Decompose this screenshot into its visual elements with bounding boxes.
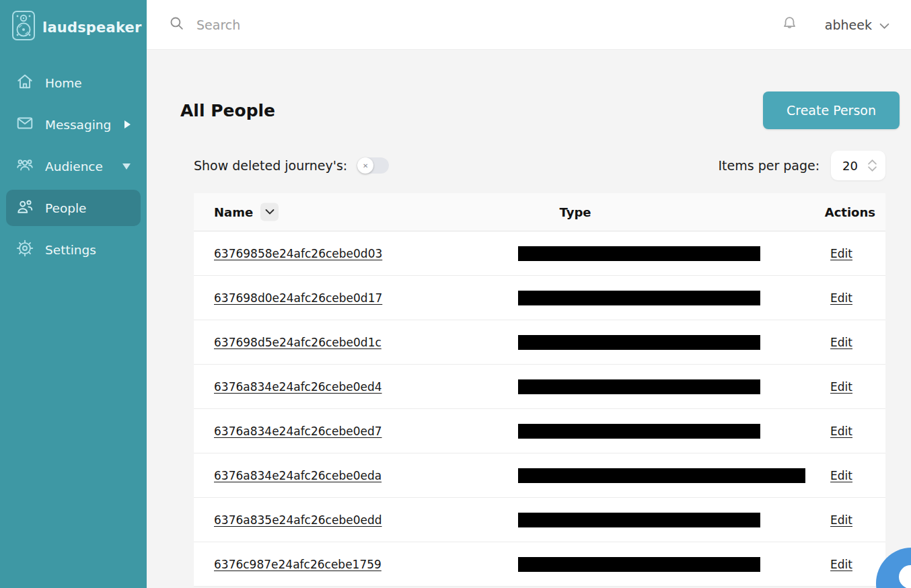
type-redacted-bar (518, 513, 760, 527)
type-redacted-bar (518, 291, 760, 305)
table-row: 63769858e24afc26cebe0d03 Edit (194, 231, 885, 276)
create-person-button[interactable]: Create Person (763, 91, 900, 129)
edit-link[interactable]: Edit (830, 247, 852, 260)
table-row: 6376a835e24afc26cebe0edd Edit (194, 498, 885, 542)
main-content: All People Create Person Show deleted jo… (147, 50, 911, 588)
sidebar-item-people[interactable]: People (6, 190, 141, 226)
items-per-page-select[interactable]: 20 (831, 151, 885, 180)
stepper-icons[interactable] (868, 159, 877, 172)
person-name-link[interactable]: 6376a835e24afc26cebe0edd (214, 513, 382, 527)
type-redacted-bar (518, 557, 760, 572)
column-header-name: Name (214, 205, 253, 219)
user-menu[interactable]: abheek (825, 17, 889, 32)
table-row: 6376a834e24afc26cebe0ed4 Edit (194, 365, 885, 409)
edit-link[interactable]: Edit (830, 380, 852, 394)
person-name-link[interactable]: 63769858e24afc26cebe0d03 (214, 247, 382, 260)
username: abheek (825, 17, 872, 32)
sidebar-nav: Home Messaging (0, 65, 147, 268)
type-redacted-bar (518, 246, 760, 261)
type-redacted-bar (518, 335, 760, 350)
toggle-knob-x-icon: ✕ (357, 157, 373, 174)
person-name-link[interactable]: 637698d5e24afc26cebe0d1c (214, 336, 381, 349)
sidebar: laudspeaker Home Messaging (0, 0, 147, 588)
edit-link[interactable]: Edit (830, 558, 852, 571)
edit-link[interactable]: Edit (830, 469, 852, 482)
person-name-link[interactable]: 6376a834e24afc26cebe0ed4 (214, 380, 382, 394)
home-icon (16, 73, 34, 93)
person-name-link[interactable]: 6376c987e24afc26cebe1759 (214, 558, 381, 571)
caret-down-icon (122, 163, 131, 170)
sidebar-item-settings[interactable]: Settings (6, 231, 141, 268)
sidebar-item-home[interactable]: Home (6, 65, 141, 101)
edit-link[interactable]: Edit (830, 336, 852, 349)
sidebar-item-label: Home (45, 76, 82, 90)
search-input[interactable] (196, 17, 479, 32)
type-redacted-bar (518, 379, 760, 394)
topbar: abheek (147, 0, 911, 50)
column-header-actions: Actions (825, 205, 875, 219)
person-name-link[interactable]: 6376a834e24afc26cebe0ed7 (214, 425, 382, 438)
audience-icon (16, 156, 34, 176)
chevron-down-icon (879, 17, 889, 32)
people-icon (16, 198, 34, 218)
gear-icon (16, 240, 34, 260)
sidebar-item-label: Messaging (45, 118, 111, 132)
table-row: 6376a834e24afc26cebe0ed7 Edit (194, 409, 885, 453)
table-row: 6376a834e24afc26cebe0eda Edit (194, 453, 885, 498)
search-bar (168, 15, 781, 34)
column-header-type: Type (560, 205, 591, 219)
laudspeaker-logo-icon (11, 10, 36, 44)
person-name-link[interactable]: 637698d0e24afc26cebe0d17 (214, 291, 382, 305)
type-redacted-bar (518, 424, 760, 439)
edit-link[interactable]: Edit (830, 513, 852, 527)
items-per-page-value: 20 (842, 159, 858, 173)
table-row: 637698d5e24afc26cebe0d1c Edit (194, 320, 885, 365)
table-row: 637698d0e24afc26cebe0d17 Edit (194, 276, 885, 320)
search-icon (168, 15, 185, 34)
people-table: Name Type Actions 63769858e24afc26cebe0d… (194, 193, 885, 587)
table-body: 63769858e24afc26cebe0d03 Edit 637698d0e2… (194, 231, 885, 587)
table-row: 6376c987e24afc26cebe1759 Edit (194, 542, 885, 587)
mail-icon (16, 114, 34, 135)
items-per-page-label: Items per page: (718, 158, 819, 173)
sidebar-item-label: Audience (45, 159, 103, 174)
show-deleted-toggle[interactable]: ✕ (357, 157, 389, 174)
brand-name: laudspeaker (42, 20, 142, 36)
caret-right-icon (124, 120, 131, 128)
sidebar-item-label: Settings (45, 243, 96, 257)
name-sort-button[interactable] (260, 203, 279, 221)
edit-link[interactable]: Edit (830, 425, 852, 438)
person-name-link[interactable]: 6376a834e24afc26cebe0eda (214, 469, 381, 482)
show-deleted-label: Show deleted journey's: (194, 158, 347, 173)
sidebar-item-label: People (45, 201, 86, 215)
table-header: Name Type Actions (194, 193, 885, 231)
type-redacted-bar (518, 468, 805, 483)
sidebar-item-audience[interactable]: Audience (6, 148, 141, 184)
brand-logo[interactable]: laudspeaker (0, 0, 147, 51)
sidebar-item-messaging[interactable]: Messaging (6, 106, 141, 143)
bell-icon[interactable] (781, 15, 798, 35)
edit-link[interactable]: Edit (830, 291, 852, 305)
page-title: All People (180, 101, 275, 120)
